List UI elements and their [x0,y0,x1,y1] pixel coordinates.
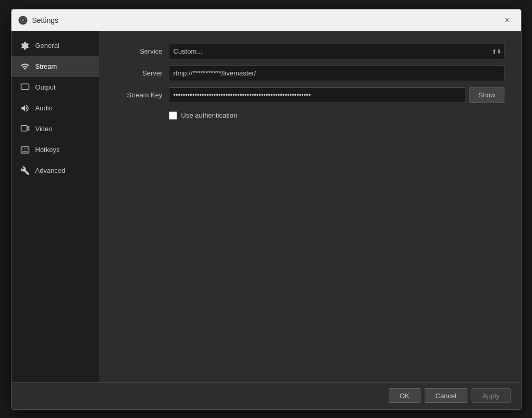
apply-button[interactable]: Apply [472,388,511,403]
service-row: Service Custom... ⬆⬇ [116,44,504,59]
sidebar-item-video-label: Video [35,125,53,133]
show-streamkey-button[interactable]: Show [469,87,504,103]
service-control-wrap: Custom... ⬆⬇ [169,44,504,59]
sidebar-item-audio-label: Audio [35,104,53,112]
output-icon [20,82,30,93]
hotkeys-icon [20,145,30,155]
svg-rect-4 [21,125,27,131]
settings-dialog: Settings × General Str [11,9,522,410]
content-area: Service Custom... ⬆⬇ Server [99,31,521,382]
server-control-wrap [169,66,504,81]
dialog-body: General Stream Output [11,31,521,382]
sidebar-item-stream[interactable]: Stream [11,56,99,77]
obs-icon [18,15,28,26]
stream-icon [20,61,30,72]
sidebar-item-hotkeys-label: Hotkeys [35,146,60,154]
ok-button[interactable]: OK [389,388,420,403]
dialog-footer: OK Cancel Apply [11,382,521,409]
service-label: Service [116,47,163,55]
dialog-title: Settings [32,16,59,24]
server-row: Server [116,66,504,81]
svg-rect-3 [21,84,29,90]
sidebar-item-video[interactable]: Video [11,119,99,140]
server-input[interactable] [169,66,504,81]
cancel-button[interactable]: Cancel [425,388,467,403]
sidebar: General Stream Output [11,31,99,382]
service-select[interactable]: Custom... [169,44,504,59]
streamkey-row: Stream Key Show [116,87,504,103]
gear-icon [20,41,30,51]
window: Settings × General Str [0,0,532,418]
sidebar-item-output[interactable]: Output [11,77,99,98]
title-bar: Settings × [11,9,521,31]
video-icon [20,124,30,134]
title-bar-left: Settings [18,15,59,26]
sidebar-item-advanced[interactable]: Advanced [11,160,99,181]
sidebar-item-output-label: Output [35,83,56,91]
close-button[interactable]: × [500,13,515,28]
service-select-wrap: Custom... ⬆⬇ [169,44,504,59]
content-main: Service Custom... ⬆⬇ Server [99,31,521,382]
use-auth-label: Use authentication [181,111,238,119]
auth-row: Use authentication [169,111,504,120]
advanced-icon [20,166,30,176]
streamkey-label: Stream Key [116,91,163,99]
sidebar-item-stream-label: Stream [35,62,57,70]
server-label: Server [116,69,163,77]
sidebar-item-general[interactable]: General [11,35,99,56]
sidebar-item-general-label: General [35,42,59,49]
svg-point-2 [21,19,23,21]
streamkey-control-wrap: Show [169,87,504,103]
sidebar-item-audio[interactable]: Audio [11,98,99,119]
sidebar-item-advanced-label: Advanced [35,167,66,174]
streamkey-input[interactable] [169,87,465,103]
use-auth-checkbox[interactable] [169,111,177,120]
sidebar-item-hotkeys[interactable]: Hotkeys [11,140,99,160]
svg-rect-5 [21,147,29,153]
audio-icon [20,103,30,113]
